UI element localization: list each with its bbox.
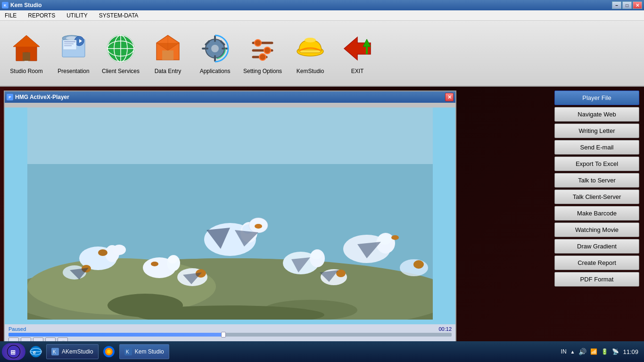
svg-text:e: e [33, 349, 36, 355]
toolbar-data-entry[interactable]: Data Entry [149, 32, 187, 74]
player-title-bar: P HMG ActiveX-Player ✕ [5, 91, 455, 103]
svg-point-54 [113, 245, 126, 255]
taskbar-ie-icon[interactable]: e [27, 343, 44, 360]
toolbar-presentation[interactable]: Presentation [55, 32, 92, 74]
taskbar-kem-studio-label: Kem Studio [135, 348, 164, 355]
svg-rect-17 [162, 50, 173, 60]
sidebar-navigate-web[interactable]: Navigate Web [554, 107, 639, 122]
taskbar-systray: IN ▲ 🔊 📶 🔋 📡 11:09 [561, 348, 642, 355]
sidebar-watching-movie[interactable]: Watching Movie [554, 222, 639, 237]
menu-utility[interactable]: UTILITY [64, 11, 91, 20]
maximize-button[interactable]: □ [622, 1, 632, 9]
sidebar-create-report[interactable]: Create Report [554, 255, 639, 270]
data-entry-icon [151, 32, 184, 65]
svg-rect-21 [214, 55, 216, 62]
svg-point-74 [413, 260, 424, 269]
svg-point-31 [255, 40, 261, 46]
svg-rect-41 [27, 107, 433, 164]
progress-thumb[interactable] [221, 332, 226, 337]
svg-point-64 [151, 262, 158, 266]
player-close-button[interactable]: ✕ [445, 93, 454, 101]
player-status: Paused [8, 326, 26, 332]
toolbar-studio-room[interactable]: Studio Room [8, 32, 45, 74]
svg-rect-36 [300, 50, 321, 53]
applications-icon [198, 32, 231, 65]
applications-label: Applications [200, 68, 231, 74]
svg-point-63 [168, 256, 177, 263]
toolbar-applications[interactable]: Applications [196, 32, 234, 74]
minimize-button[interactable]: – [612, 1, 621, 9]
arrow-up-icon: ▲ [570, 349, 575, 354]
svg-rect-20 [214, 35, 216, 42]
toolbar-setting-options[interactable]: Setting Options [243, 32, 282, 74]
player-icon: P [7, 94, 13, 100]
sidebar-writing-letter[interactable]: Writing Letter [554, 123, 639, 138]
svg-rect-22 [202, 48, 208, 49]
progress-bar[interactable] [8, 333, 452, 337]
controls-status: Paused 00:12 [8, 326, 452, 332]
setting-options-icon [246, 32, 279, 65]
taskbar-akemstudio-label: AKemStudio [62, 348, 93, 355]
taskbar-kem-studio[interactable]: K Kem Studio [119, 344, 169, 359]
svg-text:K: K [126, 349, 129, 354]
svg-point-32 [264, 47, 271, 54]
app-title: Kem Studio [10, 2, 42, 8]
exit-icon [341, 32, 374, 65]
svg-rect-8 [64, 41, 75, 42]
data-entry-label: Data Entry [155, 68, 182, 74]
svg-point-58 [378, 234, 391, 245]
svg-point-94 [107, 350, 111, 354]
player-window: P HMG ActiveX-Player ✕ [4, 90, 456, 362]
svg-point-19 [211, 45, 219, 52]
start-button[interactable]: ⊞ [2, 343, 25, 360]
player-container: P HMG ActiveX-Player ✕ [0, 87, 550, 341]
sidebar-make-barcode[interactable]: Make Barcode [554, 206, 639, 221]
svg-rect-39 [366, 47, 368, 54]
ie-icon: e [30, 346, 42, 358]
toolbar-client-services[interactable]: Client Services [102, 32, 140, 74]
sidebar-talk-to-server[interactable]: Talk to Server [554, 173, 639, 188]
svg-text:K: K [53, 349, 56, 354]
close-button[interactable]: ✕ [633, 1, 642, 9]
kem-studio-taskbar-icon: K [124, 348, 132, 355]
svg-point-49 [255, 224, 262, 229]
studio-room-icon [10, 32, 43, 65]
svg-point-67 [311, 251, 322, 259]
video-area [27, 107, 433, 320]
toolbar: Studio Room Presentation [0, 21, 644, 87]
sidebar: Player File Navigate Web Writing Letter … [550, 87, 644, 341]
sidebar-send-email[interactable]: Send E-mail [554, 140, 639, 155]
akemstudio-icon: K [51, 348, 59, 355]
speaker-icon[interactable]: 🔊 [578, 348, 586, 355]
toolbar-kemstudio[interactable]: KemStudio [291, 32, 329, 74]
svg-marker-2 [13, 35, 40, 47]
svg-point-35 [305, 38, 316, 42]
presentation-label: Presentation [58, 68, 89, 74]
taskbar-firefox-icon[interactable] [100, 343, 117, 360]
player-title-left: P HMG ActiveX-Player [7, 94, 69, 100]
svg-rect-9 [64, 43, 74, 44]
presentation-icon [57, 32, 90, 65]
menu-file[interactable]: FILE [2, 11, 19, 20]
menu-reports[interactable]: REPORTS [25, 11, 58, 20]
network-icon[interactable]: 📶 [590, 348, 597, 355]
sidebar-draw-gradient[interactable]: Draw Gradient [554, 239, 639, 254]
exit-label: EXIT [351, 68, 364, 74]
taskbar-akemstudio[interactable]: K AKemStudio [46, 344, 99, 359]
player-title: HMG ActiveX-Player [15, 94, 69, 100]
svg-rect-1 [23, 52, 30, 61]
sidebar-player-file[interactable]: Player File [554, 90, 639, 105]
svg-text:⊞: ⊞ [10, 349, 16, 356]
sidebar-talk-client-server[interactable]: Talk Client-Server [554, 189, 639, 204]
progress-fill [8, 333, 226, 337]
svg-point-59 [391, 235, 399, 240]
firefox-icon [103, 346, 115, 358]
client-services-label: Client Services [102, 68, 140, 74]
menu-system-data[interactable]: SYSTEM-DATA [96, 11, 141, 20]
toolbar-exit[interactable]: EXIT [339, 32, 376, 74]
sidebar-pdf-format[interactable]: PDF Format [554, 272, 639, 287]
sidebar-export-to-excel[interactable]: Export To Excel [554, 156, 639, 171]
taskbar-lang: IN [561, 348, 567, 355]
kemstudio-icon [294, 32, 327, 65]
setting-options-label: Setting Options [243, 68, 282, 74]
